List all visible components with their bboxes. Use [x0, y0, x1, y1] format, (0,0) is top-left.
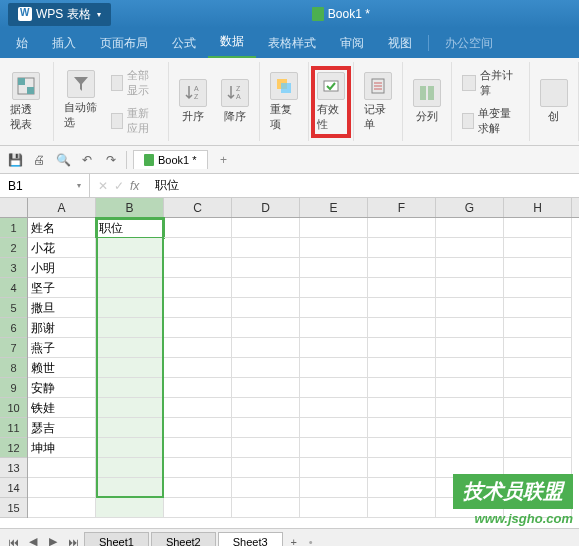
cell[interactable] — [232, 378, 300, 398]
cell[interactable] — [28, 458, 96, 478]
cell[interactable] — [436, 318, 504, 338]
cell[interactable] — [368, 258, 436, 278]
col-header-C[interactable]: C — [164, 198, 232, 217]
cell[interactable] — [368, 478, 436, 498]
cell[interactable]: 职位 — [96, 218, 164, 238]
cell[interactable] — [164, 398, 232, 418]
cell[interactable] — [300, 298, 368, 318]
cell[interactable] — [436, 398, 504, 418]
pivot-table-button[interactable]: 据透视表 — [6, 68, 47, 136]
cell[interactable] — [504, 458, 572, 478]
row-header[interactable]: 12 — [0, 438, 27, 458]
cell[interactable] — [164, 458, 232, 478]
cell[interactable] — [232, 498, 300, 518]
next-sheet-button[interactable]: ▶ — [44, 533, 62, 547]
cell[interactable] — [368, 378, 436, 398]
cell[interactable] — [504, 238, 572, 258]
cell[interactable] — [232, 298, 300, 318]
first-sheet-button[interactable]: ⏮ — [4, 533, 22, 547]
cell[interactable] — [300, 378, 368, 398]
sheet-tab-1[interactable]: Sheet1 — [84, 532, 149, 547]
cell[interactable] — [232, 278, 300, 298]
create-group-button[interactable]: 创 — [536, 75, 572, 128]
cell[interactable] — [436, 478, 504, 498]
cell[interactable] — [504, 218, 572, 238]
cell[interactable] — [504, 338, 572, 358]
cell[interactable] — [28, 498, 96, 518]
cell[interactable] — [368, 418, 436, 438]
select-all-corner[interactable] — [0, 198, 28, 217]
cell[interactable] — [368, 398, 436, 418]
cell[interactable] — [232, 238, 300, 258]
col-header-D[interactable]: D — [232, 198, 300, 217]
formula-input[interactable]: 职位 — [147, 177, 579, 194]
add-tab-button[interactable]: + — [214, 150, 234, 170]
prev-sheet-button[interactable]: ◀ — [24, 533, 42, 547]
col-header-H[interactable]: H — [504, 198, 572, 217]
cell[interactable] — [300, 418, 368, 438]
cell[interactable] — [96, 498, 164, 518]
cell[interactable] — [436, 298, 504, 318]
cell[interactable] — [300, 478, 368, 498]
cell[interactable] — [300, 458, 368, 478]
cell[interactable] — [368, 338, 436, 358]
cell[interactable] — [232, 398, 300, 418]
cell[interactable]: 小花 — [28, 238, 96, 258]
cell[interactable] — [504, 278, 572, 298]
cell[interactable] — [436, 258, 504, 278]
cell[interactable] — [164, 238, 232, 258]
reapply-button[interactable]: 重新应用 — [107, 104, 162, 138]
tab-formula[interactable]: 公式 — [160, 29, 208, 58]
consolidate-button[interactable]: 合并计算 — [458, 66, 523, 100]
undo-button[interactable]: ↶ — [78, 151, 96, 169]
cell[interactable] — [28, 478, 96, 498]
row-header[interactable]: 15 — [0, 498, 27, 518]
cell[interactable] — [436, 498, 504, 518]
row-header[interactable]: 10 — [0, 398, 27, 418]
row-header[interactable]: 9 — [0, 378, 27, 398]
validity-button[interactable]: 有效性 — [311, 66, 351, 138]
cell[interactable] — [96, 298, 164, 318]
cell[interactable] — [436, 238, 504, 258]
row-header[interactable]: 3 — [0, 258, 27, 278]
cancel-icon[interactable]: ✕ — [98, 179, 108, 193]
cell[interactable] — [232, 218, 300, 238]
tab-start[interactable]: 始 — [4, 29, 40, 58]
spreadsheet-grid[interactable]: A B C D E F G H 123456789101112131415 姓名… — [0, 198, 579, 528]
row-header[interactable]: 2 — [0, 238, 27, 258]
cell[interactable] — [96, 278, 164, 298]
row-header[interactable]: 8 — [0, 358, 27, 378]
cell[interactable] — [504, 318, 572, 338]
cell[interactable] — [164, 358, 232, 378]
cell[interactable] — [300, 218, 368, 238]
cell[interactable] — [368, 278, 436, 298]
cell[interactable] — [164, 438, 232, 458]
show-all-button[interactable]: 全部显示 — [107, 66, 162, 100]
sort-asc-button[interactable]: AZ 升序 — [175, 75, 211, 128]
cell[interactable] — [96, 438, 164, 458]
sheet-tab-3[interactable]: Sheet3 — [218, 532, 283, 547]
cell[interactable] — [96, 238, 164, 258]
cell[interactable] — [368, 218, 436, 238]
app-menu[interactable]: WPS 表格 ▾ — [8, 3, 111, 26]
cell[interactable] — [504, 398, 572, 418]
cell[interactable] — [368, 358, 436, 378]
cell[interactable] — [232, 358, 300, 378]
tab-review[interactable]: 审阅 — [328, 29, 376, 58]
print-preview-button[interactable]: 🔍 — [54, 151, 72, 169]
cell[interactable]: 安静 — [28, 378, 96, 398]
cell[interactable] — [368, 438, 436, 458]
cell[interactable] — [96, 398, 164, 418]
tab-style[interactable]: 表格样式 — [256, 29, 328, 58]
cell[interactable] — [300, 358, 368, 378]
tab-data[interactable]: 数据 — [208, 27, 256, 58]
cell[interactable] — [436, 338, 504, 358]
cell[interactable]: 姓名 — [28, 218, 96, 238]
record-form-button[interactable]: 记录单 — [360, 68, 396, 136]
cell[interactable] — [96, 258, 164, 278]
document-tab[interactable]: Book1 * — [133, 150, 208, 169]
cell[interactable] — [436, 438, 504, 458]
col-header-F[interactable]: F — [368, 198, 436, 217]
cell[interactable] — [300, 338, 368, 358]
cell[interactable] — [164, 418, 232, 438]
